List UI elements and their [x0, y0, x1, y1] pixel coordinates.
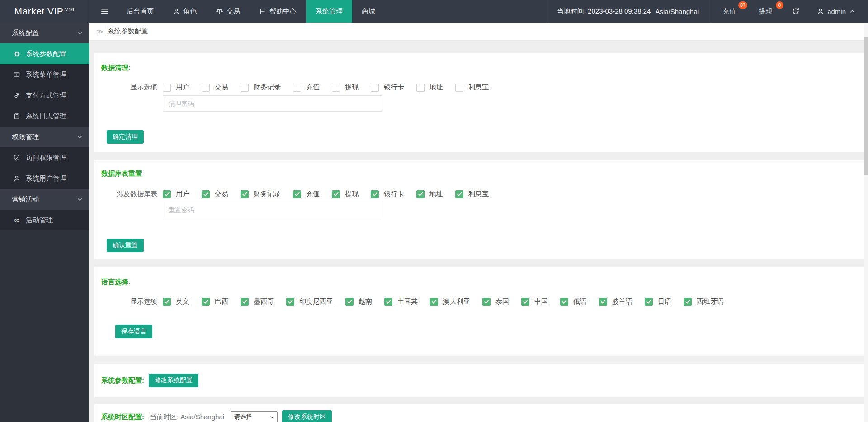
checkbox-unchecked[interactable]	[163, 84, 171, 92]
data-clean-title: 数据清理:	[101, 64, 855, 72]
checkbox-option-日语[interactable]: 日语	[645, 297, 671, 306]
checkbox-option-西班牙语[interactable]: 西班牙语	[684, 297, 724, 306]
checkbox-checked[interactable]	[521, 298, 529, 306]
checkbox-checked[interactable]	[416, 190, 425, 198]
checkbox-option-地址[interactable]: 地址	[416, 190, 443, 198]
checkbox-checked[interactable]	[163, 190, 171, 198]
checkbox-option-印度尼西亚[interactable]: 印度尼西亚	[286, 297, 333, 306]
checkbox-checked[interactable]	[684, 298, 692, 306]
checkbox-option-用户[interactable]: 用户	[163, 190, 189, 198]
checkbox-checked[interactable]	[599, 298, 607, 306]
checkbox-option-土耳其[interactable]: 土耳其	[384, 297, 418, 306]
checkbox-option-提现[interactable]: 提现	[332, 83, 359, 92]
nav-item-系统管理[interactable]: 系统管理	[306, 0, 352, 23]
checkbox-unchecked[interactable]	[332, 84, 340, 92]
checkbox-checked[interactable]	[293, 190, 301, 198]
sidebar-item-系统菜单管理[interactable]: 系统菜单管理	[0, 64, 89, 85]
checkbox-label: 越南	[359, 297, 372, 306]
timezone-select[interactable]: 请选择	[231, 411, 278, 422]
breadcrumb-icon: ≫	[96, 28, 104, 36]
chevron-down-icon	[76, 134, 83, 141]
refresh-icon	[792, 7, 800, 15]
save-language-button[interactable]: 保存语言	[115, 325, 152, 338]
checkbox-option-利息宝[interactable]: 利息宝	[455, 190, 489, 198]
sidebar-item-系统参数配置[interactable]: 系统参数配置	[0, 43, 89, 64]
checkbox-checked[interactable]	[384, 298, 392, 306]
checkbox-option-财务记录[interactable]: 财务记录	[241, 83, 281, 92]
nav-item-帮助中心[interactable]: 帮助中心	[250, 0, 306, 23]
checkbox-checked[interactable]	[202, 298, 210, 306]
withdraw-link[interactable]: 提现 0	[747, 0, 783, 23]
sidebar-toggle-button[interactable]	[98, 0, 112, 23]
checkbox-checked[interactable]	[332, 190, 340, 198]
checkbox-checked[interactable]	[163, 298, 171, 306]
nav-item-后台首页[interactable]: 后台首页	[117, 0, 163, 23]
modify-system-config-button[interactable]: 修改系统配置	[149, 374, 198, 387]
sidebar-item-支付方式管理[interactable]: 支付方式管理	[0, 85, 89, 106]
confirm-clean-button[interactable]: 确定清理	[107, 130, 144, 144]
checkbox-option-澳大利亚[interactable]: 澳大利亚	[430, 297, 470, 306]
sidebar-item-访问权限管理[interactable]: 访问权限管理	[0, 147, 89, 168]
checkbox-option-充值[interactable]: 充值	[293, 83, 320, 92]
checkbox-checked[interactable]	[202, 190, 210, 198]
nav-item-label: 商城	[362, 7, 375, 16]
confirm-reset-button[interactable]: 确认重置	[107, 239, 144, 252]
checkbox-option-利息宝[interactable]: 利息宝	[455, 83, 489, 92]
checkbox-option-交易[interactable]: 交易	[202, 190, 228, 198]
app-logo[interactable]: Market VIPV16	[0, 0, 89, 23]
checkbox-option-财务记录[interactable]: 财务记录	[241, 190, 281, 198]
refresh-button[interactable]	[783, 7, 808, 15]
checkbox-option-用户[interactable]: 用户	[163, 83, 189, 92]
modify-timezone-button[interactable]: 修改系统时区	[282, 410, 332, 422]
checkbox-option-墨西哥[interactable]: 墨西哥	[241, 297, 274, 306]
sidebar-section-权限管理[interactable]: 权限管理	[0, 127, 89, 147]
sidebar-section-营销活动[interactable]: 营销活动	[0, 189, 89, 210]
checkbox-unchecked[interactable]	[241, 84, 249, 92]
checkbox-checked[interactable]	[645, 298, 653, 306]
nav-item-label: 后台首页	[127, 7, 154, 16]
checkbox-unchecked[interactable]	[371, 84, 379, 92]
checkbox-checked[interactable]	[241, 190, 249, 198]
reset-password-input[interactable]	[163, 202, 382, 218]
checkbox-option-银行卡[interactable]: 银行卡	[371, 83, 404, 92]
checkbox-unchecked[interactable]	[416, 84, 425, 92]
checkbox-option-波兰语[interactable]: 波兰语	[599, 297, 632, 306]
checkbox-option-地址[interactable]: 地址	[416, 83, 443, 92]
checkbox-checked[interactable]	[560, 298, 568, 306]
checkbox-checked[interactable]	[371, 190, 379, 198]
scrollbar-thumb[interactable]	[864, 37, 868, 175]
checkbox-option-中国[interactable]: 中国	[521, 297, 548, 306]
page-scrollbar[interactable]	[864, 23, 868, 422]
checkbox-unchecked[interactable]	[455, 84, 463, 92]
sidebar-item-活动管理[interactable]: ∞活动管理	[0, 210, 89, 230]
checkbox-option-交易[interactable]: 交易	[202, 83, 228, 92]
caret-up-icon	[849, 8, 855, 14]
checkbox-checked[interactable]	[482, 298, 491, 306]
nav-item-交易[interactable]: 交易	[206, 0, 250, 23]
sidebar-section-系统配置[interactable]: 系统配置	[0, 23, 89, 43]
user-menu[interactable]: admin	[808, 8, 868, 15]
checkbox-option-提现[interactable]: 提现	[332, 190, 359, 198]
nav-item-商城[interactable]: 商城	[352, 0, 385, 23]
checkbox-option-巴西[interactable]: 巴西	[202, 297, 228, 306]
checkbox-checked[interactable]	[455, 190, 463, 198]
checkbox-option-英文[interactable]: 英文	[163, 297, 189, 306]
nav-item-label: 系统管理	[316, 7, 343, 16]
sidebar-item-系统日志管理[interactable]: 系统日志管理	[0, 106, 89, 127]
checkbox-checked[interactable]	[430, 298, 438, 306]
checkbox-checked[interactable]	[345, 298, 354, 306]
checkbox-option-银行卡[interactable]: 银行卡	[371, 190, 404, 198]
checkbox-checked[interactable]	[286, 298, 294, 306]
checkbox-label: 印度尼西亚	[299, 297, 333, 306]
checkbox-unchecked[interactable]	[202, 84, 210, 92]
sidebar-item-系统用户管理[interactable]: 系统用户管理	[0, 168, 89, 189]
recharge-link[interactable]: 充值 87	[711, 0, 747, 23]
nav-item-角色[interactable]: 角色	[163, 0, 206, 23]
checkbox-option-俄语[interactable]: 俄语	[560, 297, 587, 306]
clean-password-input[interactable]	[163, 95, 382, 112]
checkbox-checked[interactable]	[241, 298, 249, 306]
checkbox-option-泰国[interactable]: 泰国	[482, 297, 509, 306]
checkbox-option-越南[interactable]: 越南	[345, 297, 372, 306]
checkbox-unchecked[interactable]	[293, 84, 301, 92]
checkbox-option-充值[interactable]: 充值	[293, 190, 320, 198]
